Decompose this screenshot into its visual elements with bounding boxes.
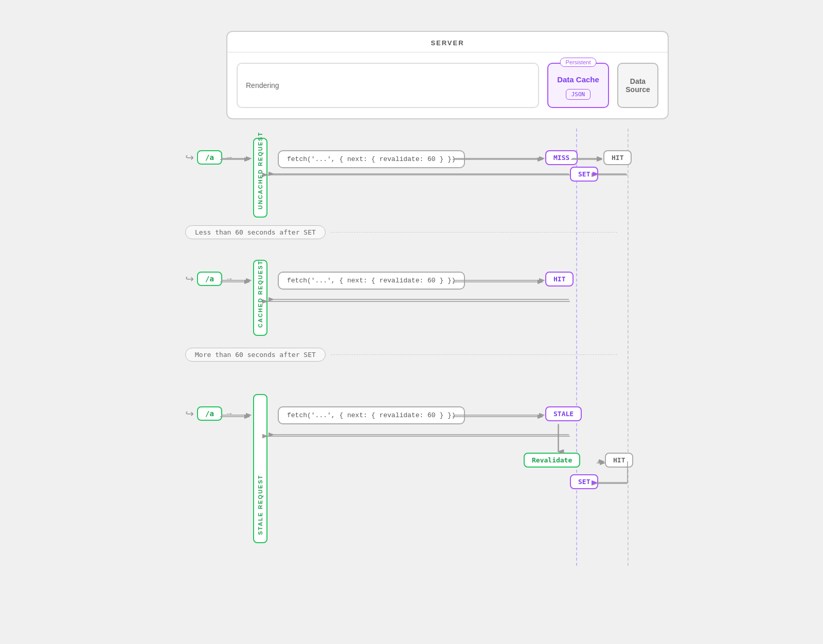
- separator-1: Less than 60 seconds after SET: [185, 225, 617, 239]
- uncached-request-label: UNCACHED REQUEST: [253, 138, 267, 218]
- separator-line-1: [331, 232, 617, 232]
- stale-request-bar: STALE REQUEST: [253, 394, 272, 543]
- fetch-code-2: fetch('...', { next: { revalidate: 60 } …: [278, 272, 465, 290]
- data-source-dashed-line: [628, 129, 629, 566]
- hook-icon-3: ↩: [185, 407, 194, 420]
- route-badge-1: /a: [197, 150, 222, 165]
- revalidate-badge: Revalidate: [524, 453, 580, 468]
- stale-request-label: STALE REQUEST: [253, 394, 267, 543]
- route-3: ↩ /a →: [185, 406, 234, 421]
- data-cache-box: Persistent Data Cache JSON: [547, 63, 609, 108]
- hit-badge-3: HIT: [605, 453, 633, 468]
- route-2: ↩ /a →: [185, 272, 234, 286]
- set-badge-1: SET: [570, 167, 598, 182]
- set-badge-2: SET: [570, 474, 598, 489]
- server-label: SERVER: [227, 32, 668, 52]
- arrow-2: →: [225, 274, 234, 283]
- arrows-svg: [154, 129, 669, 566]
- persistent-badge: Persistent: [560, 58, 597, 67]
- data-cache-title: Data Cache: [557, 75, 599, 84]
- arrows-svg-2: [154, 129, 669, 566]
- separator-label-2: More than 60 seconds after SET: [185, 348, 326, 362]
- cached-request-bar: CACHED REQUEST: [253, 260, 272, 336]
- route-badge-2: /a: [197, 272, 222, 286]
- hit-badge-2: HIT: [545, 272, 574, 287]
- data-source-box: Data Source: [617, 63, 658, 108]
- separator-2: More than 60 seconds after SET: [185, 348, 617, 362]
- rendering-box: Rendering: [237, 63, 539, 108]
- json-badge: JSON: [566, 89, 591, 100]
- cached-request-label: CACHED REQUEST: [253, 260, 267, 336]
- data-cache-dashed-line: [576, 129, 577, 566]
- fetch-code-3: fetch('...', { next: { revalidate: 60 } …: [278, 406, 465, 424]
- separator-line-2: [331, 354, 617, 355]
- server-region: SERVER Rendering Persistent Data Cache J…: [195, 31, 648, 119]
- arrow-3: →: [225, 409, 234, 418]
- flow-diagram: ↩ /a → UNCACHED REQUEST fetch('...', { n…: [154, 129, 669, 566]
- rendering-label: Rendering: [246, 81, 279, 90]
- fetch-code-1: fetch('...', { next: { revalidate: 60 } …: [278, 150, 465, 168]
- route-badge-3: /a: [197, 406, 222, 421]
- arrow-1: →: [225, 153, 234, 162]
- server-box: SERVER Rendering Persistent Data Cache J…: [226, 31, 669, 119]
- diagram-wrapper: SERVER Rendering Persistent Data Cache J…: [154, 15, 669, 566]
- miss-badge: MISS: [545, 150, 578, 165]
- route-1: ↩ /a →: [185, 150, 234, 165]
- hook-icon-1: ↩: [185, 151, 194, 164]
- uncached-request-bar: UNCACHED REQUEST: [253, 138, 272, 218]
- hook-icon-2: ↩: [185, 273, 194, 285]
- hit-badge-1: HIT: [603, 150, 632, 165]
- separator-label-1: Less than 60 seconds after SET: [185, 225, 326, 239]
- stale-badge: STALE: [545, 406, 582, 421]
